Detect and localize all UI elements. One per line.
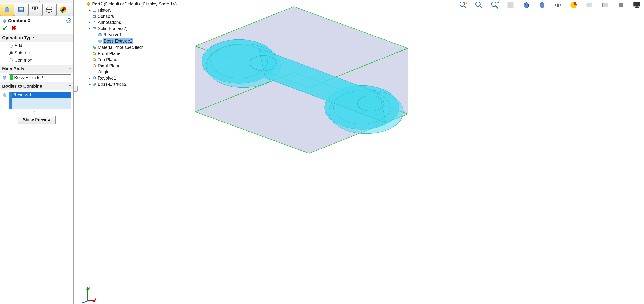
chevron-up-icon: ⌃ [68,84,71,88]
bodies-listbox[interactable]: Revolve1 [9,92,71,109]
body-icon [2,92,7,97]
main-body-header[interactable]: Main Body ⌃ [0,65,74,73]
sensor-icon [92,14,96,18]
ok-button[interactable]: ✔ [2,25,8,31]
svg-rect-4 [19,9,22,10]
svg-marker-29 [99,33,101,37]
svg-text:X: X [94,298,96,301]
list-gripper[interactable] [0,110,74,113]
list-swatch [9,92,12,109]
svg-rect-6 [33,7,35,9]
graphics-viewport[interactable] [154,2,644,304]
cancel-button[interactable]: ✖ [11,25,16,31]
operation-type-group: Add Subtract Common [0,42,74,65]
body-icon [2,75,7,80]
svg-rect-22 [93,9,96,11]
svg-marker-37 [93,71,94,71]
tab-featuremanager[interactable] [0,3,14,16]
operation-type-header[interactable]: Operation Type ⌃ [0,34,74,42]
bodies-row: Revolve1 [0,90,74,110]
combine-icon [2,18,6,23]
svg-marker-19 [3,93,6,97]
feature-title-row: Combine3 ? [0,16,74,24]
svg-text:Y: Y [88,286,90,289]
help-icon[interactable]: ? [66,18,71,23]
show-preview-button[interactable]: Show Preview [18,116,56,124]
bodies-to-combine-header[interactable]: Bodies to Combine ⌃ [0,82,74,90]
radio-subtract[interactable]: Subtract [9,50,71,55]
tab-configurationmanager[interactable] [28,3,42,16]
main-body-row: Boss-Extrude2 [0,73,74,82]
bodies-item-0[interactable]: Revolve1 [12,92,71,98]
svg-marker-36 [95,72,96,73]
plane-icon [92,57,96,62]
annotations-icon: A [92,20,96,24]
svg-line-82 [82,301,88,303]
svg-rect-41 [94,83,96,85]
main-body-value: Boss-Extrude2 [14,75,43,80]
main-body-label: Main Body [2,66,24,71]
operation-type-label: Operation Type [2,35,34,40]
material-icon [92,45,96,49]
view-triad[interactable]: Y X [79,286,96,303]
chevron-up-icon: ⌃ [68,67,71,71]
plane-icon [92,51,96,56]
svg-rect-33 [94,47,96,49]
feature-name: Combine3 [8,18,30,23]
svg-rect-3 [19,8,22,9]
folder-icon [92,8,96,12]
svg-rect-7 [36,7,38,9]
panel-tabs [0,3,74,16]
main-body-field[interactable]: Boss-Extrude2 [9,74,71,81]
part-icon [86,2,91,6]
radio-common[interactable]: Common [9,58,71,63]
bodies-label: Bodies to Combine [2,84,42,89]
svg-point-15 [62,8,64,11]
origin-icon [92,70,96,74]
solidbodies-icon [92,26,96,31]
plane-icon [92,63,96,68]
svg-marker-18 [3,76,6,80]
tab-propertymanager[interactable] [14,3,28,16]
svg-point-24 [94,16,96,17]
svg-marker-28 [94,28,96,29]
svg-rect-8 [34,10,36,12]
svg-rect-5 [19,11,22,11]
ok-cancel-row: ✔ ✖ [0,24,74,34]
chevron-up-icon: ⌃ [68,36,71,40]
body-color-swatch [10,75,13,80]
tab-dimxpert[interactable] [42,3,56,16]
svg-text:A: A [94,21,95,24]
radio-add[interactable]: Add [9,43,71,48]
body-icon [98,32,102,37]
revolve-icon [92,76,96,80]
svg-marker-30 [99,39,101,43]
extrude-icon [92,82,96,86]
panel-gripper-top[interactable] [0,0,74,3]
tab-appearance[interactable] [56,3,70,16]
property-manager-panel: Combine3 ? ✔ ✖ Operation Type ⌃ Add Subt… [0,0,74,304]
body-icon [98,39,102,43]
